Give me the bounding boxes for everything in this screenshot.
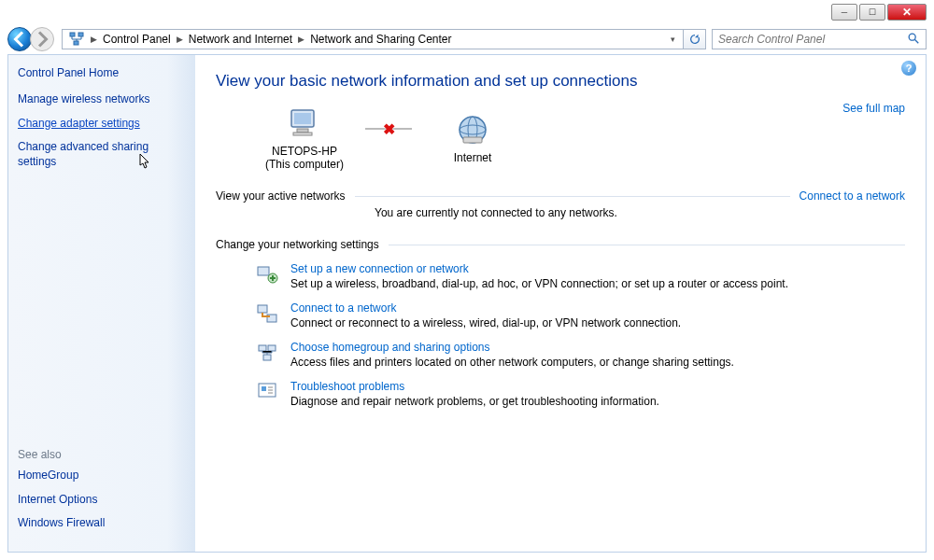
sidebar-link-wireless[interactable]: Manage wireless networks bbox=[18, 92, 186, 107]
internet-label: Internet bbox=[454, 151, 492, 164]
sidebar-link-advanced-sharing[interactable]: Change advanced sharing settings bbox=[18, 140, 186, 169]
option-homegroup: Choose homegroup and sharing options Acc… bbox=[255, 341, 905, 369]
active-networks-label: View your active networks bbox=[216, 189, 346, 203]
not-connected-text: You are currently not connected to any n… bbox=[375, 206, 905, 219]
control-panel-home-link[interactable]: Control Panel Home bbox=[18, 66, 186, 79]
option-troubleshoot-link[interactable]: Troubleshoot problems bbox=[290, 380, 905, 393]
option-connect-network: Connect to a network Connect or reconnec… bbox=[255, 301, 905, 329]
svg-rect-15 bbox=[258, 305, 267, 313]
close-button[interactable]: ✕ bbox=[887, 4, 927, 21]
map-this-computer: NETOPS-HP (This computer) bbox=[253, 104, 356, 171]
option-troubleshoot: Troubleshoot problems Diagnose and repai… bbox=[255, 380, 905, 408]
svg-rect-6 bbox=[294, 113, 311, 124]
see-full-map-link[interactable]: See full map bbox=[842, 102, 905, 115]
pc-sub: (This computer) bbox=[265, 158, 344, 171]
disconnect-x-icon: ✖ bbox=[383, 120, 395, 138]
content: Control Panel Home Manage wireless netwo… bbox=[7, 54, 927, 553]
sidebar-link-adapter[interactable]: Change adapter settings bbox=[18, 117, 186, 132]
svg-rect-1 bbox=[78, 33, 83, 36]
divider bbox=[355, 196, 790, 197]
network-map: NETOPS-HP (This computer) ✖ Internet bbox=[253, 104, 905, 171]
crumb-control-panel[interactable]: Control Panel bbox=[99, 33, 175, 46]
option-homegroup-link[interactable]: Choose homegroup and sharing options bbox=[290, 341, 905, 354]
help-button[interactable]: ? bbox=[901, 61, 916, 76]
option-connect-link[interactable]: Connect to a network bbox=[290, 301, 905, 315]
option-homegroup-desc: Access files and printers located on oth… bbox=[290, 356, 905, 369]
sidebar-link-internet-options[interactable]: Internet Options bbox=[18, 493, 186, 508]
change-settings-label: Change your networking settings bbox=[216, 238, 379, 251]
arrow-right-icon bbox=[31, 28, 53, 50]
arrow-left-icon bbox=[8, 28, 31, 50]
option-setup-connection: Set up a new connection or network Set u… bbox=[255, 262, 905, 290]
divider bbox=[389, 245, 905, 245]
network-icon bbox=[68, 31, 85, 48]
svg-rect-21 bbox=[262, 386, 266, 391]
svg-rect-18 bbox=[268, 345, 276, 351]
crumb-network-internet[interactable]: Network and Internet bbox=[185, 33, 296, 46]
svg-rect-12 bbox=[463, 137, 482, 143]
connect-network-icon bbox=[255, 301, 279, 326]
svg-point-3 bbox=[909, 34, 915, 40]
svg-rect-2 bbox=[74, 41, 78, 45]
sidebar-link-homegroup[interactable]: HomeGroup bbox=[18, 469, 186, 483]
search-icon[interactable] bbox=[901, 32, 926, 48]
homegroup-icon bbox=[255, 341, 279, 365]
refresh-button[interactable] bbox=[684, 29, 706, 49]
svg-rect-13 bbox=[258, 267, 269, 275]
address-bar[interactable]: ▶ Control Panel ▶ Network and Internet ▶… bbox=[62, 29, 684, 49]
map-internet: Internet bbox=[421, 110, 524, 164]
option-troubleshoot-desc: Diagnose and repair network problems, or… bbox=[290, 395, 905, 408]
option-connect-desc: Connect or reconnect to a wireless, wire… bbox=[290, 316, 905, 329]
toolbar: ▶ Control Panel ▶ Network and Internet ▶… bbox=[7, 26, 927, 52]
minimize-button[interactable]: ─ bbox=[831, 4, 857, 21]
refresh-icon bbox=[688, 33, 701, 46]
pc-name: NETOPS-HP bbox=[272, 145, 337, 158]
forward-button[interactable] bbox=[30, 27, 54, 51]
svg-rect-7 bbox=[297, 129, 308, 133]
crumb-network-sharing[interactable]: Network and Sharing Center bbox=[306, 33, 455, 46]
active-networks-header: View your active networks Connect to a n… bbox=[216, 189, 905, 203]
chevron-right-icon: ▶ bbox=[175, 35, 185, 44]
sidebar-link-firewall[interactable]: Windows Firewall bbox=[18, 516, 186, 531]
change-settings-header: Change your networking settings bbox=[216, 238, 905, 251]
svg-rect-20 bbox=[259, 384, 276, 397]
option-setup-link[interactable]: Set up a new connection or network bbox=[290, 262, 905, 275]
svg-rect-8 bbox=[293, 133, 312, 135]
setup-connection-icon bbox=[255, 262, 279, 287]
maximize-button[interactable]: ☐ bbox=[859, 4, 885, 21]
svg-line-4 bbox=[914, 39, 918, 43]
search-input[interactable] bbox=[713, 33, 901, 46]
chevron-right-icon: ▶ bbox=[89, 35, 99, 44]
svg-rect-19 bbox=[263, 355, 271, 360]
sidebar: Control Panel Home Manage wireless netwo… bbox=[8, 55, 195, 552]
svg-rect-17 bbox=[259, 345, 266, 351]
globe-icon bbox=[453, 110, 492, 149]
troubleshoot-icon bbox=[255, 380, 279, 404]
back-button[interactable] bbox=[7, 27, 32, 51]
map-connector: ✖ bbox=[365, 128, 412, 130]
connect-network-link[interactable]: Connect to a network bbox=[800, 189, 905, 203]
chevron-right-icon: ▶ bbox=[296, 35, 306, 44]
search-box bbox=[712, 29, 927, 49]
main-panel: ? View your basic network information an… bbox=[195, 55, 926, 552]
address-dropdown[interactable]: ▾ bbox=[665, 35, 681, 44]
window-chrome: ─ ☐ ✕ bbox=[831, 4, 927, 21]
svg-rect-0 bbox=[70, 33, 75, 36]
see-also-heading: See also bbox=[18, 448, 186, 461]
page-title: View your basic network information and … bbox=[216, 72, 905, 91]
option-setup-desc: Set up a wireless, broadband, dial-up, a… bbox=[290, 277, 905, 290]
computer-icon bbox=[285, 104, 324, 143]
